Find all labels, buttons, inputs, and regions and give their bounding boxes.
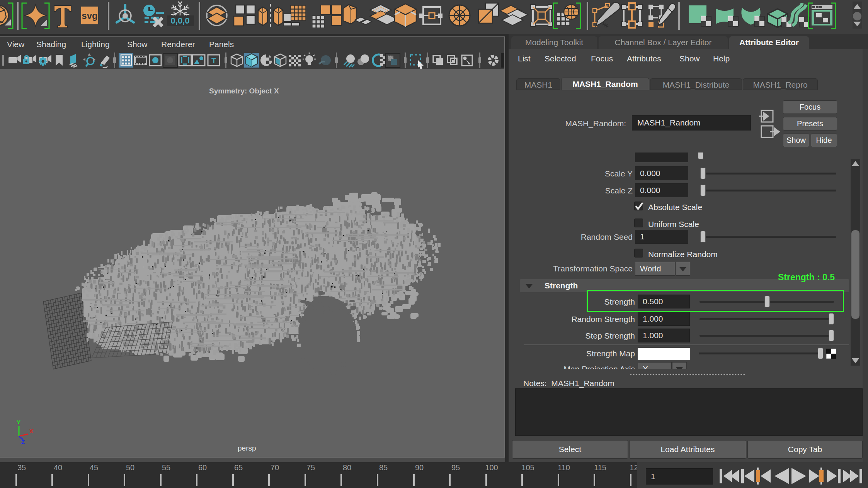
svg-text:T: T [211,56,216,65]
svg-text:svg: svg [82,10,97,21]
svg-text:X: X [29,428,33,434]
svg-text:Z: Z [21,439,25,445]
svg-text:0,0,0: 0,0,0 [171,16,190,25]
svg-text:Y: Y [17,419,20,425]
